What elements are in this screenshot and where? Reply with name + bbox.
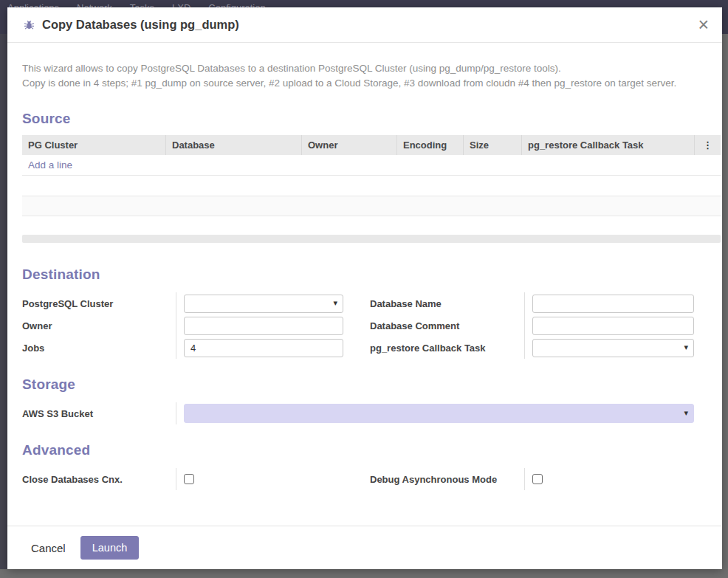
wizard-description: This wizard allows to copy PostgreSQL Da… [22,61,707,91]
dialog-body: This wizard allows to copy PostgreSQL Da… [7,43,722,526]
empty-table-row [22,176,721,196]
close-databases-cnx-checkbox[interactable] [184,474,194,484]
launch-button[interactable]: Launch [80,536,140,560]
description-line-2: Copy is done in 4 steps; #1 pg_dump on s… [22,76,707,91]
database-name-input[interactable] [532,295,694,313]
dialog-footer: Cancel Launch [7,526,722,569]
aws-s3-bucket-label: AWS S3 Bucket [22,402,176,424]
column-size: Size [464,135,522,155]
table-header-row: PG Cluster Database Owner Encoding Size … [22,135,721,155]
column-encoding: Encoding [397,135,464,155]
column-pg-restore-callback-task: pg_restore Callback Task [522,135,695,155]
chevron-down-icon: ▾ [333,299,337,307]
database-name-label: Database Name [370,292,524,314]
column-database: Database [166,135,302,155]
postgresql-cluster-select[interactable]: ▾ [184,295,343,313]
description-line-1: This wizard allows to copy PostgreSQL Da… [22,61,707,76]
aws-s3-bucket-select[interactable]: ▾ [184,404,694,423]
table-horizontal-scrollbar[interactable] [22,235,721,243]
database-comment-label: Database Comment [370,314,524,337]
close-databases-cnx-label: Close Databases Cnx. [22,468,176,490]
bug-icon [24,19,35,30]
copy-databases-dialog: Copy Databases (using pg_dump) × This wi… [7,7,722,569]
empty-table-row [22,216,721,235]
destination-section-heading: Destination [22,266,707,283]
dialog-header: Copy Databases (using pg_dump) × [7,7,722,43]
column-pg-cluster: PG Cluster [22,135,166,155]
destination-form: PostgreSQL Cluster ▾ Database Name Owner… [22,292,707,359]
chevron-down-icon: ▾ [684,343,688,351]
pg-restore-callback-task-label: pg_restore Callback Task [370,337,524,359]
owner-label: Owner [22,314,176,337]
jobs-label: Jobs [22,337,176,359]
dialog-title: Copy Databases (using pg_dump) [42,18,239,32]
advanced-form: Close Databases Cnx. Debug Asynchronous … [22,468,707,490]
column-owner: Owner [302,135,397,155]
advanced-section-heading: Advanced [22,442,707,458]
jobs-input[interactable] [184,339,343,357]
source-section-heading: Source [22,111,707,127]
debug-asynchronous-mode-checkbox[interactable] [532,474,543,484]
owner-input[interactable] [184,317,343,335]
database-comment-input[interactable] [532,317,694,335]
cancel-button[interactable]: Cancel [30,537,67,559]
table-options-kebab-icon[interactable]: ⋮ [695,135,721,155]
pg-restore-callback-task-select[interactable]: ▾ [532,339,694,357]
close-icon[interactable]: × [698,16,709,34]
add-a-line-link[interactable]: Add a line [22,155,721,176]
debug-asynchronous-mode-label: Debug Asynchronous Mode [370,468,524,490]
source-databases-table: PG Cluster Database Owner Encoding Size … [22,135,721,243]
storage-section-heading: Storage [22,376,707,393]
postgresql-cluster-label: PostgreSQL Cluster [22,292,176,314]
storage-form: AWS S3 Bucket ▾ [22,402,707,424]
chevron-down-icon: ▾ [684,409,688,417]
empty-table-row [22,196,721,216]
background-page-edge [0,34,7,569]
